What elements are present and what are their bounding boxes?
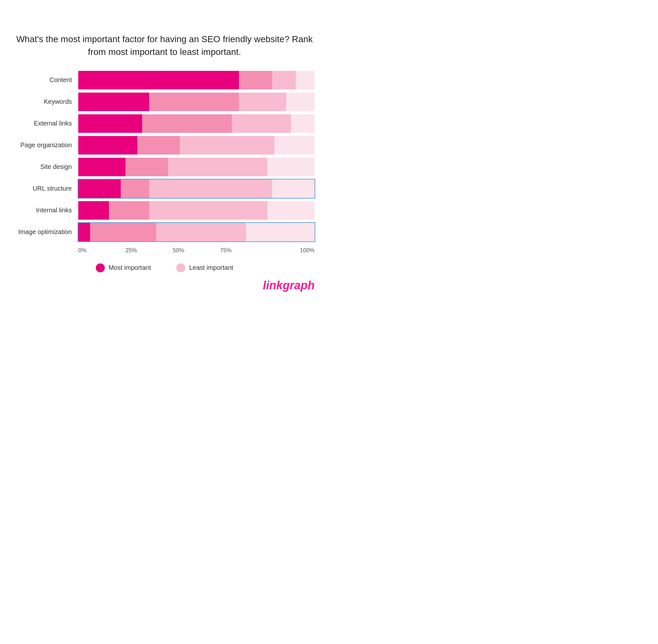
bar-label: Image optimization [14,228,78,236]
bar-row: URL structure [14,180,315,198]
bar-segment [78,223,90,242]
bar-label: Content [14,76,78,84]
bar-container [78,158,315,176]
bar-container [78,71,315,89]
legend-item: Most important [96,263,151,272]
chart-container: What's the most important factor for hav… [5,20,324,301]
bar-row: Keywords [14,93,315,111]
bar-row: External links [14,114,315,133]
bar-row: Page organization [14,136,315,155]
bar-segment [180,136,274,155]
x-tick: 25% [126,247,173,254]
bar-segment [272,180,315,198]
bar-segment [121,180,149,198]
bar-segment [126,158,168,176]
bar-row: Internal links [14,201,315,220]
bar-segment [274,136,315,155]
legend-dot [96,263,105,272]
bar-segment [90,223,156,242]
x-tick: 75% [220,247,267,254]
brand-logo: linkgraph [14,279,315,292]
x-tick: 0% [78,247,126,254]
bar-segment [272,71,296,89]
bar-row: Site design [14,158,315,176]
legend-label: Most important [109,264,151,271]
bar-container [78,136,315,155]
bar-segment [267,201,315,220]
bar-segment [78,71,239,89]
bar-segment [149,201,267,220]
bar-segment [78,136,137,155]
bar-container [78,223,315,242]
x-axis: 0%25%50%75%100% [14,247,315,254]
bar-segment [78,180,121,198]
bar-container [78,114,315,133]
bar-segment [267,158,315,176]
bar-segment [156,223,246,242]
bar-container [78,180,315,198]
bar-label: Page organization [14,141,78,149]
bar-segment [149,93,239,111]
bar-segment [78,158,126,176]
bar-label: URL structure [14,185,78,192]
bar-segment [78,93,149,111]
bar-segment [78,201,109,220]
legend: Most importantLeast important [14,263,315,272]
bar-label: External links [14,120,78,127]
bar-segment [142,114,232,133]
bar-segment [291,114,315,133]
bar-segment [137,136,180,155]
x-tick: 50% [173,247,220,254]
bar-segment [109,201,149,220]
bar-segment [246,223,315,242]
bar-segment [168,158,267,176]
chart-area: ContentKeywordsExternal linksPage organi… [14,71,315,245]
x-tick: 100% [267,247,315,254]
bar-label: Site design [14,163,78,170]
bar-row: Content [14,71,315,89]
bar-container [78,93,315,111]
bar-segment [239,93,286,111]
bar-segment [78,114,142,133]
bar-segment [239,71,272,89]
bar-label: Keywords [14,98,78,106]
legend-dot [176,263,185,272]
bar-segment [296,71,315,89]
bar-container [78,201,315,220]
chart-title: What's the most important factor for hav… [14,33,315,58]
bar-segment [149,180,272,198]
bar-label: Internal links [14,207,78,214]
bar-row: Image optimization [14,223,315,242]
bar-segment [232,114,291,133]
bar-segment [286,93,315,111]
legend-item: Least important [176,263,233,272]
legend-label: Least important [189,264,233,271]
